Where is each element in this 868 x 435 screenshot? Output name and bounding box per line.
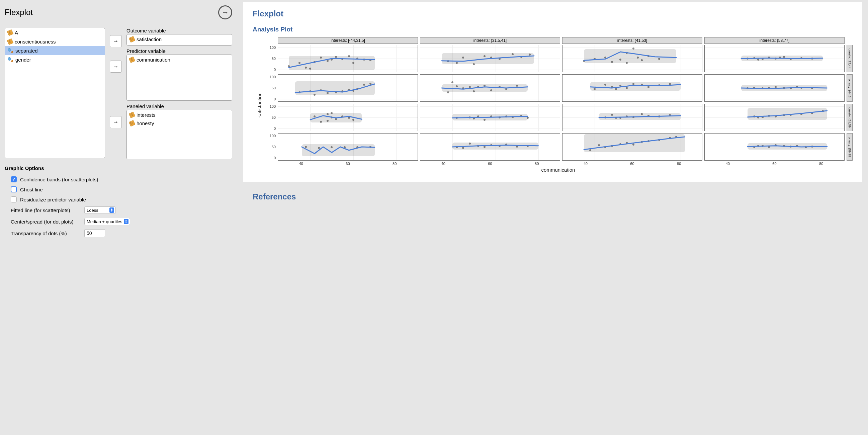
var-item[interactable]: separated [5, 46, 105, 55]
var-name: satisfaction [136, 36, 162, 42]
scale-icon [7, 29, 14, 36]
scale-icon [7, 38, 14, 45]
outcome-label: Outcome variable [126, 28, 232, 33]
nominal-icon [8, 57, 13, 62]
facet [704, 45, 844, 72]
x-axis-label: communication [264, 167, 852, 173]
y-ticks: 100500 [264, 104, 276, 131]
facet [420, 133, 560, 161]
var-name: A [15, 30, 18, 35]
var-name: interests [136, 112, 156, 118]
var-name: gender [16, 57, 31, 63]
x-ticks: 406080 [420, 162, 560, 166]
output-title: Flexplot [253, 9, 852, 19]
move-to-predictor-button[interactable]: → [110, 61, 122, 72]
facet [420, 45, 560, 72]
nominal-icon [8, 48, 13, 53]
facet [704, 74, 844, 102]
outcome-target[interactable]: satisfaction [126, 34, 232, 45]
options-heading: Graphic Options [5, 165, 232, 171]
residualize-label: Residualize predictor variable [20, 197, 86, 203]
available-vars-list[interactable]: Aconscientiousnessseparatedgender [5, 28, 105, 158]
y-ticks: 100500 [264, 74, 276, 102]
x-ticks: 406080 [562, 162, 702, 166]
facet-row-label: onesty: (51,59 [846, 104, 852, 131]
chevron-updown-icon: ▲▼ [110, 208, 114, 213]
y-ticks: 100500 [264, 45, 276, 72]
facet [278, 74, 418, 102]
run-button[interactable]: → [218, 5, 232, 20]
move-to-paneled-button[interactable]: → [110, 116, 122, 128]
var-name: conscientiousness [15, 39, 56, 44]
predictor-target[interactable]: communication [126, 55, 232, 101]
facet-row-label: onesty: (44,5 [846, 74, 852, 102]
facet [420, 104, 560, 131]
ghost-checkbox[interactable] [11, 186, 17, 192]
chevron-updown-icon: ▲▼ [124, 219, 128, 224]
var-name: communication [136, 57, 170, 63]
y-axis-label: satisfaction [255, 37, 264, 173]
facet-col-label: interests: [-44,31.5] [278, 37, 418, 44]
scale-icon [129, 112, 135, 119]
facet [278, 45, 418, 72]
scale-icon [129, 36, 135, 43]
facet [278, 104, 418, 131]
move-to-outcome-button[interactable]: → [110, 35, 122, 47]
predictor-label: Predictor variable [126, 48, 232, 54]
output-card: Flexplot Analysis Plot satisfaction inte… [243, 2, 862, 182]
confidence-label: Confidence bands (for scatterplots) [20, 177, 98, 182]
output-panel: Flexplot Analysis Plot satisfaction inte… [237, 0, 868, 435]
facet-col-label: interests: (31.5,41] [420, 37, 560, 44]
analysis-plot: satisfaction interests: [-44,31.5]intere… [255, 37, 852, 173]
facet-col-label: interests: (53,77] [704, 37, 844, 44]
facet-col-label: interests: (41,53] [562, 37, 702, 44]
fitted-label: Fitted line (for scatterplots) [11, 208, 81, 213]
y-ticks: 100500 [264, 133, 276, 161]
target-item[interactable]: honesty [127, 119, 231, 127]
center-select[interactable]: Median + quartiles ▲▼ [84, 218, 130, 225]
facet [704, 133, 844, 161]
target-item[interactable]: interests [127, 111, 231, 119]
x-ticks: 406080 [278, 162, 418, 166]
ghost-label: Ghost line [20, 187, 43, 192]
page-title: Flexplot [5, 8, 33, 17]
facet [562, 104, 702, 131]
paneled-target[interactable]: interestshonesty [126, 110, 232, 159]
var-name: separated [16, 48, 38, 54]
output-subtitle: Analysis Plot [253, 26, 852, 33]
residualize-checkbox[interactable] [11, 196, 17, 203]
scale-icon [129, 120, 135, 127]
references-heading: References [253, 192, 862, 201]
arrow-right-icon: → [221, 9, 229, 16]
center-label: Center/spread (for dot plots) [11, 219, 81, 224]
transparency-input[interactable]: 50 [84, 229, 105, 237]
scale-icon [129, 57, 135, 63]
var-name: honesty [136, 121, 154, 126]
var-item[interactable]: gender [5, 55, 105, 64]
facet [420, 74, 560, 102]
facet [562, 133, 702, 161]
var-item[interactable]: A [5, 28, 105, 37]
transparency-label: Transparency of dots (%) [11, 230, 81, 236]
facet [562, 45, 702, 72]
fitted-select[interactable]: Loess ▲▼ [84, 207, 116, 214]
facet [704, 104, 844, 131]
facet-row-label: onesty: [23,44 [846, 45, 852, 72]
facet [562, 74, 702, 102]
target-item[interactable]: satisfaction [127, 35, 231, 43]
config-panel: Flexplot → Aconscientiousnessseparatedge… [0, 0, 237, 435]
facet-row-label: onesty: (59,99 [846, 133, 852, 161]
x-ticks: 406080 [704, 162, 844, 166]
paneled-label: Paneled variable [126, 103, 232, 109]
confidence-checkbox[interactable] [11, 176, 17, 182]
target-item[interactable]: communication [127, 56, 231, 64]
facet [278, 133, 418, 161]
var-item[interactable]: conscientiousness [5, 37, 105, 46]
